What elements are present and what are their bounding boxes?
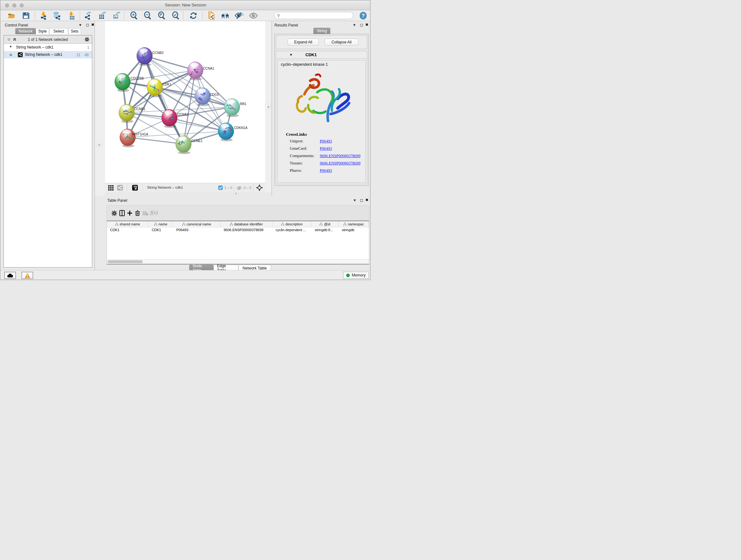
control-panel-float-icon[interactable]: ◻ [86, 23, 89, 27]
show-all-eye-icon[interactable] [249, 11, 258, 20]
network-row[interactable]: String Network – cdk1 11 48 [4, 51, 92, 58]
network-node-rb1[interactable] [224, 99, 240, 117]
window-title: Session: New Session [0, 3, 370, 7]
export-table-icon[interactable] [98, 11, 107, 20]
zoom-selected-icon[interactable] [172, 11, 180, 20]
table-cell[interactable]: 9606.ENSP00000378699 [220, 227, 273, 233]
refresh-icon[interactable] [189, 11, 198, 20]
network-edge[interactable] [128, 137, 184, 144]
tab-network[interactable]: Network [15, 28, 36, 34]
node-table[interactable]: shared namenamecanonical namedatabase id… [107, 221, 369, 259]
table-cell[interactable]: CDK1 [148, 227, 173, 233]
cloud-status-button[interactable] [4, 272, 16, 279]
crosslinks-list: Uniprot:P06493GeneCard:P06493Compartment… [290, 139, 364, 176]
function-builder-icon: f(x) [150, 209, 158, 216]
crosslink-link[interactable]: 9606.ENSP00000378699 [320, 161, 360, 165]
crosslink-link[interactable]: 9606.ENSP00000378699 [320, 153, 360, 158]
right-splitter-knob[interactable] [266, 104, 271, 109]
control-panel-close-icon[interactable]: ✖ [91, 23, 94, 27]
search-field[interactable]: ⚲ [274, 12, 353, 19]
column-header-name[interactable]: name [148, 221, 173, 227]
network-node-cdkn1a[interactable] [218, 123, 234, 141]
zoom-in-icon[interactable] [130, 11, 138, 20]
open-file-icon[interactable] [7, 11, 16, 20]
search-input[interactable] [281, 13, 345, 18]
crosslink-link[interactable]: P06493 [320, 146, 332, 151]
memory-button[interactable]: Memory [343, 272, 369, 279]
network-node-cdc6[interactable] [195, 88, 211, 106]
add-column-icon[interactable] [127, 210, 132, 216]
crosslink-link[interactable]: P06493 [320, 139, 332, 143]
column-header-database-identifier[interactable]: database identifier [220, 221, 273, 227]
table-options-gear-icon[interactable] [111, 210, 117, 216]
selected-checkbox-icon[interactable] [218, 186, 223, 190]
pan-crosshair-icon[interactable] [256, 185, 263, 191]
collapse-all-button[interactable]: Collapse All [325, 39, 358, 45]
column-header-description[interactable]: description [273, 221, 312, 227]
results-buttons-box: Expand All Collapse All [276, 35, 367, 49]
results-panel-menu-icon[interactable]: ▼ [353, 23, 356, 27]
gene-entry-header[interactable]: ▼ CDK1 [276, 51, 367, 59]
save-session-icon[interactable] [21, 11, 30, 20]
duplicate-network-icon[interactable] [207, 11, 216, 20]
table-hscrollbar-thumb[interactable] [108, 260, 143, 263]
tab-string[interactable]: String [313, 28, 330, 34]
collection-expand-icon[interactable]: ▼ [9, 45, 12, 48]
birdseye-view-icon[interactable] [132, 185, 138, 191]
table-cell[interactable]: stringdb:9... [312, 227, 339, 233]
network-node-ccne1[interactable] [176, 136, 192, 154]
left-splitter[interactable] [95, 21, 105, 196]
table-panel-float-icon[interactable]: ◻ [360, 198, 363, 202]
column-header-canonical-name[interactable]: canonical name [173, 221, 220, 227]
column-header-namespac[interactable]: namespac [339, 221, 369, 227]
show-columns-icon[interactable] [119, 210, 125, 216]
table-hscrollbar[interactable] [107, 259, 369, 264]
hide-selected-eye-slash-icon[interactable] [234, 11, 244, 20]
export-image-icon[interactable] [112, 11, 121, 20]
right-splitter[interactable] [265, 21, 272, 196]
network-options-gear-icon[interactable] [84, 37, 89, 42]
table-row[interactable]: CDK1CDK1P064939606.ENSP00000378699cyclin… [107, 227, 369, 233]
delete-column-icon[interactable] [135, 210, 140, 216]
network-collection-row[interactable]: ▼ String Network – cdk1 1 [4, 44, 92, 51]
left-splitter-knob[interactable] [96, 142, 102, 147]
zoom-out-icon[interactable] [143, 11, 152, 20]
results-panel-float-icon[interactable]: ◻ [360, 23, 363, 27]
table-panel-menu-icon[interactable]: ▼ [353, 198, 356, 202]
table-cell[interactable]: CDK1 [107, 227, 148, 233]
table-cell[interactable]: cyclin-dependent ... [273, 227, 312, 233]
first-neighbors-icon[interactable] [221, 11, 230, 20]
network-canvas[interactable]: CCNB2CCNA1CDC25BCDK1CDC6RB1CCNB1CCNA2CDK… [105, 21, 265, 183]
crosslinks-title: CrossLinks [286, 132, 307, 137]
table-panel-close-icon[interactable]: ✖ [365, 198, 368, 202]
tab-style[interactable]: Style [36, 28, 49, 34]
share-mode-icon[interactable] [117, 185, 123, 191]
import-network-icon[interactable] [39, 11, 48, 20]
network-node-cdc25b[interactable] [115, 73, 131, 92]
crosslink-label: GeneCard: [290, 146, 320, 151]
grid-mode-icon[interactable] [108, 185, 114, 191]
import-network-from-database-icon[interactable] [52, 11, 61, 20]
gene-collapse-icon[interactable]: ▼ [289, 53, 293, 57]
control-panel-menu-icon[interactable]: ▼ [78, 23, 82, 27]
warnings-button[interactable] [21, 272, 33, 279]
table-cell[interactable]: stringdb [339, 227, 369, 233]
network-node-ccna1[interactable] [188, 62, 203, 80]
export-network-icon[interactable] [84, 11, 92, 20]
network-edges [123, 56, 232, 144]
table-cell[interactable]: P06493 [173, 227, 220, 233]
import-table-icon[interactable] [67, 11, 76, 20]
network-node-ccnb1[interactable] [119, 105, 135, 123]
network-edge[interactable] [170, 118, 226, 131]
tab-sets[interactable]: Sets [68, 28, 81, 34]
crosslink-link[interactable]: P06493 [320, 168, 332, 173]
expand-all-button[interactable]: Expand All [287, 39, 319, 45]
network-node-hist1h1a[interactable] [120, 129, 136, 147]
help-icon[interactable]: ? [359, 11, 367, 20]
zoom-fit-content-icon[interactable] [157, 11, 166, 20]
results-panel-close-icon[interactable]: ✖ [365, 23, 368, 27]
network-view-toolbar: String Network – cdk1 1 – 0 0 – 0 [105, 183, 265, 192]
column-header-shared-name[interactable]: shared name [107, 221, 148, 227]
tab-select[interactable]: Select [49, 28, 68, 34]
column-header--id[interactable]: @id [312, 221, 339, 227]
